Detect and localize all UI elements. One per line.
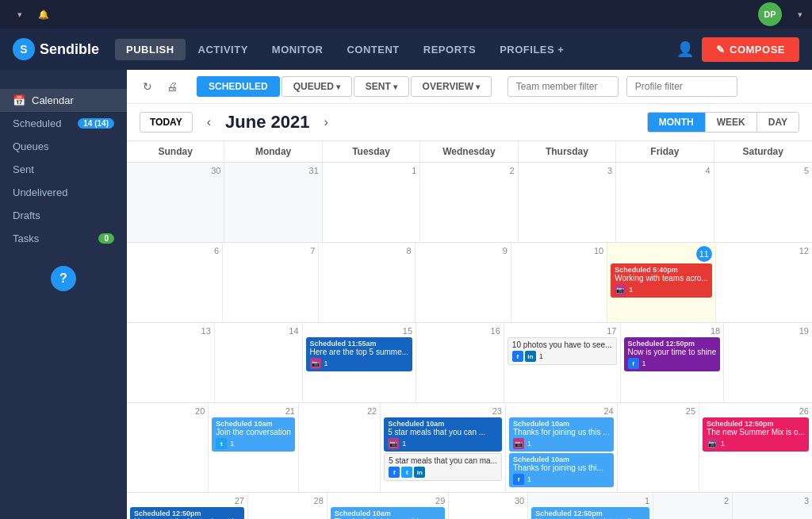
cell-1-1[interactable]: 7 <box>223 243 319 322</box>
cell-3-2[interactable]: 22 <box>299 403 381 492</box>
cell-2-4[interactable]: 1710 photos you have to see...fin1 <box>504 323 621 402</box>
sidebar-item-tasks[interactable]: Tasks 0 <box>0 227 127 250</box>
week-view-button[interactable]: WEEK <box>706 113 757 132</box>
tab-overview[interactable]: OVERVIEW <box>411 76 492 97</box>
compose-button[interactable]: ✎ COMPOSE <box>702 37 799 62</box>
help-button[interactable]: ? <box>51 266 76 291</box>
cell-date: 1 <box>326 166 416 175</box>
week-3: 2021Scheduled 10amJoin the conversationt… <box>127 403 812 493</box>
toolbar: ↻ 🖨 SCHEDULED QUEUED SENT OVERVIEW <box>127 70 812 104</box>
calendar-event[interactable]: Scheduled 12:50pmNow is your time to shi… <box>624 337 721 371</box>
sidebar-item-sent[interactable]: Sent <box>0 158 127 181</box>
calendar-event[interactable]: Scheduled 12:50pmHave you seen the lates… <box>531 507 649 519</box>
calendar-event[interactable]: Scheduled 12:50pmHow to get the best mic… <box>130 507 244 519</box>
cell-date: 30 <box>452 496 524 506</box>
cell-2-1[interactable]: 14 <box>215 323 303 402</box>
cell-3-1[interactable]: 21Scheduled 10amJoin the conversationt1 <box>209 403 299 492</box>
cell-4-0[interactable]: 27Scheduled 12:50pmHow to get the best m… <box>127 493 248 519</box>
cell-0-3[interactable]: 2 <box>420 163 518 242</box>
today-button[interactable]: TODAY <box>140 112 193 133</box>
cell-3-3[interactable]: 23Scheduled 10am5 star meals that you ca… <box>381 403 506 492</box>
cell-date: 17 <box>508 326 617 336</box>
cell-3-6[interactable]: 26Scheduled 12:50pmThe new Summer Mix is… <box>699 403 812 492</box>
cell-4-4[interactable]: 1Scheduled 12:50pmHave you seen the late… <box>528 493 653 519</box>
cell-1-6[interactable]: 12 <box>716 243 812 322</box>
cell-1-0[interactable]: 6 <box>127 243 223 322</box>
tab-queued[interactable]: QUEUED <box>282 76 352 97</box>
cell-1-4[interactable]: 10 <box>511 243 607 322</box>
sidebar-item-queues[interactable]: Queues <box>0 135 127 158</box>
print-button[interactable]: 🖨 <box>163 77 181 96</box>
cell-date: 19 <box>727 326 809 336</box>
cell-4-2[interactable]: 29Scheduled 10amThanks for joining us th… <box>327 493 450 519</box>
cell-1-5[interactable]: 11Scheduled 5:40pmWorking with teams acr… <box>607 243 716 322</box>
profile-filter[interactable] <box>626 76 737 97</box>
cell-3-5[interactable]: 25 <box>618 403 699 492</box>
cell-0-1[interactable]: 31 <box>224 163 322 242</box>
cell-2-0[interactable]: 13 <box>127 323 215 402</box>
bell-icon[interactable]: 🔔 <box>38 10 49 20</box>
cell-1-2[interactable]: 8 <box>319 243 415 322</box>
nav-profiles[interactable]: PROFILES + <box>488 39 575 60</box>
days-header: Sunday Monday Tuesday Wednesday Thursday… <box>127 141 812 163</box>
cell-2-3[interactable]: 16 <box>416 323 504 402</box>
day-tuesday: Tuesday <box>323 141 420 162</box>
calendar-event[interactable]: Scheduled 10amThanks for joining us thi.… <box>509 453 614 487</box>
nav-monitor[interactable]: MONITOR <box>261 39 335 60</box>
cell-0-0[interactable]: 30 <box>127 163 224 242</box>
cell-0-4[interactable]: 3 <box>519 163 616 242</box>
nav-reports[interactable]: REPORTS <box>412 39 487 60</box>
cell-1-3[interactable]: 9 <box>416 243 511 322</box>
cell-0-6[interactable]: 5 <box>714 163 812 242</box>
cell-2-6[interactable]: 19 <box>724 323 812 402</box>
cell-2-5[interactable]: 18Scheduled 12:50pmNow is your time to s… <box>621 323 725 402</box>
sidebar-item-scheduled[interactable]: Scheduled 14 (14) <box>0 112 127 135</box>
cell-4-6[interactable]: 3 <box>733 493 812 519</box>
next-month-button[interactable]: › <box>317 112 334 133</box>
cell-4-1[interactable]: 28 <box>248 493 327 519</box>
nav-right: 👤 ✎ COMPOSE <box>676 37 799 62</box>
cell-0-5[interactable]: 4 <box>616 163 714 242</box>
calendar-event[interactable]: Scheduled 12:50pmThe new Summer Mix is o… <box>703 417 809 452</box>
calendar-event[interactable]: Scheduled 10amJoin the conversationt1 <box>212 417 295 452</box>
refresh-button[interactable]: ↻ <box>140 77 155 96</box>
calendar-event[interactable]: Scheduled 10am5 star meals that you can … <box>384 417 502 452</box>
cell-3-4[interactable]: 24Scheduled 10amThanks for joining us th… <box>506 403 618 492</box>
calendar-event[interactable]: 5 star meals that you can ma...ftin <box>384 453 502 481</box>
calendar-event[interactable]: Scheduled 10amThanks for joining us this… <box>509 417 614 452</box>
cell-3-0[interactable]: 20 <box>127 403 209 492</box>
day-view-button[interactable]: DAY <box>757 113 799 132</box>
calendar-event[interactable]: 10 photos you have to see...fin1 <box>508 337 617 365</box>
sidebar-item-calendar[interactable]: 📅 Calendar <box>0 89 127 112</box>
cell-date: 14 <box>218 326 299 336</box>
logo[interactable]: S Sendible <box>13 38 99 60</box>
avatar[interactable]: DP <box>758 2 782 26</box>
person-icon[interactable]: 👤 <box>676 40 694 58</box>
nav-activity[interactable]: ACTIVITY <box>187 39 259 60</box>
compose-label: COMPOSE <box>730 44 785 56</box>
cell-0-2[interactable]: 1 <box>323 163 420 242</box>
cell-date: 2 <box>423 166 514 175</box>
cell-4-5[interactable]: 2 <box>653 493 733 519</box>
nav-content[interactable]: CONTENT <box>335 39 410 60</box>
nav-links: PUBLISH ACTIVITY MONITOR CONTENT REPORTS… <box>115 39 676 60</box>
sidebar-label-calendar: Calendar <box>32 94 74 106</box>
team-member-filter[interactable] <box>508 76 619 97</box>
calendar-event[interactable]: Scheduled 5:40pmWorking with teams acro.… <box>611 263 712 298</box>
cell-date: 13 <box>130 326 211 336</box>
month-view-button[interactable]: MONTH <box>648 113 706 132</box>
calendar-event[interactable]: Scheduled 10amThanks for joining us this… <box>331 507 446 519</box>
sidebar-item-undelivered[interactable]: Undelivered <box>0 181 127 204</box>
tab-scheduled[interactable]: SCHEDULED <box>197 76 280 97</box>
nav-publish[interactable]: PUBLISH <box>115 39 186 60</box>
cell-date: 28 <box>251 496 324 506</box>
cell-4-3[interactable]: 30 <box>449 493 528 519</box>
prev-month-button[interactable]: ‹ <box>201 112 217 133</box>
sidebar-item-drafts[interactable]: Drafts <box>0 204 127 227</box>
calendar-event[interactable]: Scheduled 11:55amHere are the top 5 summ… <box>306 337 413 371</box>
cell-date: 11 <box>696 246 712 262</box>
day-sunday: Sunday <box>127 141 224 162</box>
tab-sent[interactable]: SENT <box>354 76 409 97</box>
cell-2-2[interactable]: 15Scheduled 11:55amHere are the top 5 su… <box>303 323 417 402</box>
facebook-icon: f <box>512 351 523 362</box>
